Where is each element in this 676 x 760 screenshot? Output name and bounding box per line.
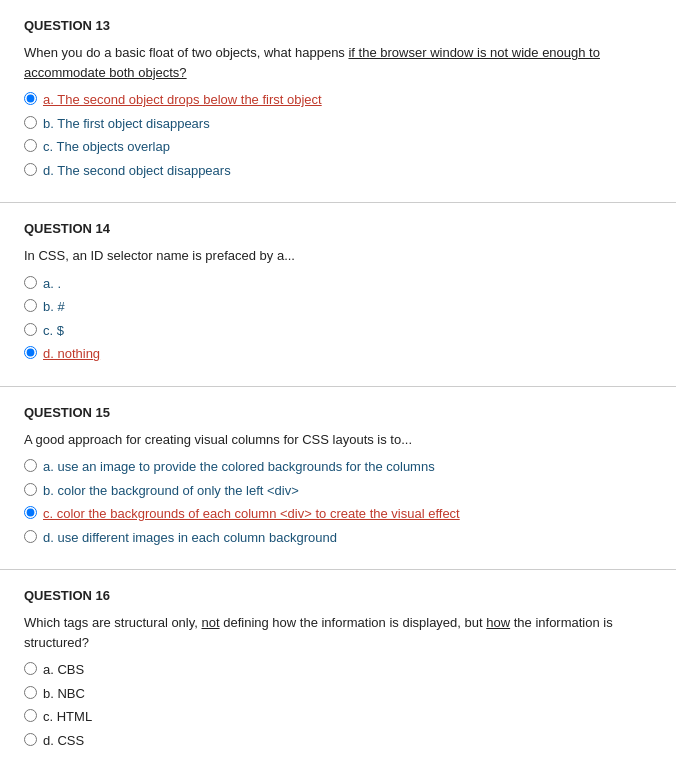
question-14-text: In CSS, an ID selector name is prefaced …: [24, 246, 652, 266]
q14-label-d: d. nothing: [43, 344, 100, 364]
question-15-options: a. use an image to provide the colored b…: [24, 457, 652, 547]
question-16-options: a. CBS b. NBC c. HTML d. CSS: [24, 660, 652, 750]
q14-radio-b[interactable]: [24, 299, 37, 312]
q14-radio-a[interactable]: [24, 276, 37, 289]
q16-label-b: b. NBC: [43, 684, 85, 704]
q16-text-how: how: [486, 615, 510, 630]
q14-option-a: a. .: [24, 274, 652, 294]
q15-radio-a[interactable]: [24, 459, 37, 472]
q13-radio-a[interactable]: [24, 92, 37, 105]
q16-radio-d[interactable]: [24, 733, 37, 746]
q14-label-b: b. #: [43, 297, 65, 317]
question-16-text: Which tags are structural only, not defi…: [24, 613, 652, 652]
q13-radio-d[interactable]: [24, 163, 37, 176]
q15-option-a: a. use an image to provide the colored b…: [24, 457, 652, 477]
question-13-block: QUESTION 13 When you do a basic float of…: [0, 0, 676, 203]
q16-text-part1: Which tags are structural only,: [24, 615, 202, 630]
q13-option-a: a. The second object drops below the fir…: [24, 90, 652, 110]
question-15-block: QUESTION 15 A good approach for creating…: [0, 387, 676, 571]
q13-option-b: b. The first object disappears: [24, 114, 652, 134]
q15-label-d: d. use different images in each column b…: [43, 528, 337, 548]
q16-radio-c[interactable]: [24, 709, 37, 722]
q16-label-c: c. HTML: [43, 707, 92, 727]
q15-option-b: b. color the background of only the left…: [24, 481, 652, 501]
q16-label-d: d. CSS: [43, 731, 84, 751]
q16-text-part2: defining how the information is displaye…: [220, 615, 487, 630]
q16-option-c: c. HTML: [24, 707, 652, 727]
q14-option-c: c. $: [24, 321, 652, 341]
q16-option-b: b. NBC: [24, 684, 652, 704]
q14-label-c: c. $: [43, 321, 64, 341]
q13-label-b: b. The first object disappears: [43, 114, 210, 134]
q13-text-before: When you do a basic float of two objects…: [24, 45, 348, 60]
question-13-options: a. The second object drops below the fir…: [24, 90, 652, 180]
q14-option-d: d. nothing: [24, 344, 652, 364]
q13-option-d: d. The second object disappears: [24, 161, 652, 181]
q16-label-a: a. CBS: [43, 660, 84, 680]
q16-text-not: not: [202, 615, 220, 630]
q13-radio-c[interactable]: [24, 139, 37, 152]
question-13-text: When you do a basic float of two objects…: [24, 43, 652, 82]
q16-option-a: a. CBS: [24, 660, 652, 680]
question-14-block: QUESTION 14 In CSS, an ID selector name …: [0, 203, 676, 387]
quiz-container: QUESTION 13 When you do a basic float of…: [0, 0, 676, 760]
question-14-title: QUESTION 14: [24, 221, 652, 236]
q14-radio-c[interactable]: [24, 323, 37, 336]
q15-label-a: a. use an image to provide the colored b…: [43, 457, 435, 477]
q14-option-b: b. #: [24, 297, 652, 317]
q13-radio-b[interactable]: [24, 116, 37, 129]
q15-radio-b[interactable]: [24, 483, 37, 496]
q15-label-c: c. color the backgrounds of each column …: [43, 504, 460, 524]
q14-radio-d[interactable]: [24, 346, 37, 359]
question-13-title: QUESTION 13: [24, 18, 652, 33]
q16-radio-a[interactable]: [24, 662, 37, 675]
question-15-text: A good approach for creating visual colu…: [24, 430, 652, 450]
question-14-options: a. . b. # c. $ d. nothing: [24, 274, 652, 364]
q13-label-d: d. The second object disappears: [43, 161, 231, 181]
q13-label-c: c. The objects overlap: [43, 137, 170, 157]
q15-option-d: d. use different images in each column b…: [24, 528, 652, 548]
q14-label-a: a. .: [43, 274, 61, 294]
q15-option-c: c. color the backgrounds of each column …: [24, 504, 652, 524]
question-15-title: QUESTION 15: [24, 405, 652, 420]
question-16-block: QUESTION 16 Which tags are structural on…: [0, 570, 676, 760]
q13-label-a: a. The second object drops below the fir…: [43, 90, 322, 110]
q13-option-c: c. The objects overlap: [24, 137, 652, 157]
q15-radio-c[interactable]: [24, 506, 37, 519]
question-16-title: QUESTION 16: [24, 588, 652, 603]
q15-label-b: b. color the background of only the left…: [43, 481, 299, 501]
q16-option-d: d. CSS: [24, 731, 652, 751]
q16-radio-b[interactable]: [24, 686, 37, 699]
q15-radio-d[interactable]: [24, 530, 37, 543]
